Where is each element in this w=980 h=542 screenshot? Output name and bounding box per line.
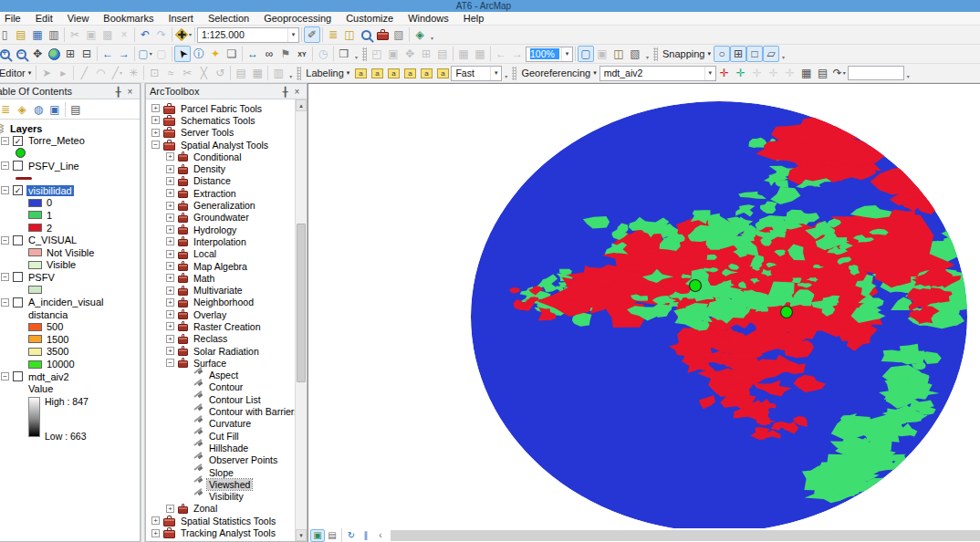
toolbar-grip[interactable] (362, 47, 367, 61)
snapping-menu-button[interactable]: Snapping▾ (660, 48, 714, 59)
menu-item-selection[interactable]: Selection (201, 12, 256, 26)
zoom-100-icon[interactable]: ▣ (385, 46, 401, 62)
toolbox-item-label[interactable]: Slope (207, 467, 235, 478)
menu-item-help[interactable]: Help (456, 12, 492, 26)
toolbox-item-label[interactable]: Solar Radiation (192, 346, 261, 357)
edit-vertices-icon[interactable]: ⊡ (146, 65, 162, 81)
georeferencing-menu-button[interactable]: Georeferencing▾ (518, 68, 599, 78)
measure-icon[interactable]: ↔ (245, 46, 261, 62)
expand-icon[interactable]: + (151, 529, 160, 537)
toolbox-item-label[interactable]: Groundwater (192, 212, 251, 223)
delete-link-icon[interactable]: ✛ (782, 65, 798, 81)
list-by-visibility-icon[interactable]: ◍ (30, 101, 47, 118)
html-popup-icon[interactable]: ❏ (224, 46, 240, 62)
menu-item-customize[interactable]: Customize (339, 12, 401, 26)
fixed-zoom-out-icon[interactable]: ⊟ (78, 46, 95, 62)
pan-icon[interactable]: ✥ (29, 46, 46, 62)
toolbox-item-label[interactable]: Zonal (192, 503, 219, 514)
toolbox-item-label[interactable]: Overlay (192, 309, 228, 320)
redo-icon[interactable]: ↷ (153, 26, 170, 43)
expand-icon[interactable]: + (166, 274, 174, 282)
label-weight-ranking-icon[interactable]: a (385, 65, 401, 81)
attributes-window-icon[interactable]: ▤ (233, 65, 249, 81)
toolbar-overflow-icon[interactable]: ▾ (287, 65, 295, 81)
toolbox-item-label[interactable]: Contour (207, 381, 245, 392)
viewer-window-icon[interactable]: ❒ (336, 46, 352, 62)
expand-icon[interactable]: + (166, 165, 174, 173)
refresh-view-icon[interactable]: ↻ (344, 529, 359, 542)
zoom-page-grid2-icon[interactable]: ▦ (472, 46, 488, 62)
pause-labeling-icon[interactable]: a (418, 65, 434, 81)
search-window-icon[interactable] (358, 26, 374, 43)
cut-polygons-icon[interactable]: ✂ (179, 65, 195, 81)
data-view-icon[interactable]: ▣ (310, 529, 325, 542)
edit-tool-icon[interactable]: ➤ (38, 65, 55, 81)
list-by-selection-icon[interactable]: ▣ (47, 101, 63, 118)
menu-item-insert[interactable]: Insert (161, 12, 201, 26)
menu-item-file[interactable]: File (0, 12, 28, 26)
toolbox-item-label[interactable]: Neighborhood (192, 297, 255, 307)
toolbox-item-label[interactable]: Local (192, 248, 218, 259)
undo-icon[interactable]: ↶ (137, 26, 153, 43)
select-elements-icon[interactable]: ➤ (174, 46, 191, 62)
combo-box[interactable]: 1:125.000▾ (197, 27, 299, 43)
toolbar-grip[interactable] (653, 47, 658, 61)
new-document-icon[interactable]: ▯ (0, 26, 13, 43)
pause-drawing-icon[interactable]: ∥ (359, 529, 373, 542)
layer-checkbox[interactable] (13, 161, 23, 171)
collapse-icon[interactable]: − (151, 141, 160, 149)
endpoint-arc-icon[interactable]: ◠ (92, 65, 109, 81)
add-control-points-icon[interactable]: ✛ (716, 65, 733, 81)
point-snapping-icon[interactable]: ○ (714, 46, 730, 62)
select-link-icon[interactable]: ✛ (749, 65, 766, 81)
scrollbar-thumb[interactable] (297, 224, 306, 382)
layer-label[interactable]: visibilidad (26, 185, 74, 196)
menu-item-windows[interactable]: Windows (401, 12, 456, 26)
toolbox-item-label[interactable]: Hydrology (192, 224, 238, 235)
expand-icon[interactable]: + (166, 262, 174, 270)
collapse-icon[interactable]: − (1, 162, 9, 170)
zoom-to-link-icon[interactable]: ✛ (766, 65, 782, 81)
toolbar-overflow-icon[interactable]: ▾ (643, 46, 652, 62)
rotation-input[interactable] (848, 66, 904, 80)
menu-item-geoprocessing[interactable]: Geoprocessing (256, 12, 339, 26)
time-slider-icon[interactable]: ◷ (315, 46, 331, 62)
toolbox-item-label[interactable]: Curvature (207, 418, 253, 429)
change-layout-icon[interactable]: ◫ (610, 46, 627, 62)
combo-box[interactable]: 100%▾ (526, 47, 573, 62)
toolbox-item-label[interactable]: Parcel Fabric Tools (179, 103, 264, 114)
collapse-icon[interactable]: − (1, 372, 9, 380)
expand-icon[interactable]: + (166, 347, 174, 355)
view-unplaced-labels-icon[interactable]: a (434, 65, 451, 81)
toolbox-item-label[interactable]: Aspect (207, 370, 240, 380)
expand-icon[interactable]: + (166, 177, 174, 185)
vertex-tool-icon[interactable]: ╱▾ (109, 65, 125, 81)
georef-options-icon[interactable]: ▤ (815, 65, 831, 81)
toolbox-item-label[interactable]: Server Tools (179, 127, 235, 138)
toolbox-item-label[interactable]: Map Algebra (192, 261, 249, 272)
layer-label[interactable]: C_VISUAL (26, 235, 78, 245)
menu-item-view[interactable]: View (60, 12, 97, 26)
vertex-snapping-icon[interactable]: □ (746, 46, 763, 62)
toolbox-item-label[interactable]: Tracking Analyst Tools (179, 527, 277, 538)
expand-icon[interactable]: + (151, 104, 160, 112)
menu-item-bookmarks[interactable]: Bookmarks (96, 12, 161, 26)
toolbox-item-label[interactable]: Spatial Statistics Tools (179, 516, 277, 526)
save-icon[interactable]: ▦ (29, 26, 46, 43)
label-priority-ranking-icon[interactable]: a (369, 65, 385, 81)
toolbox-item-label[interactable]: Hillshade (207, 443, 250, 453)
data-driven-pages-icon[interactable]: ▧ (627, 46, 643, 62)
trace-tool-icon[interactable]: ✳ (125, 65, 141, 81)
expand-icon[interactable]: + (166, 287, 174, 295)
list-by-source-icon[interactable]: ◈ (14, 101, 30, 118)
zoom-out-icon[interactable]: − (13, 46, 29, 62)
combo-box[interactable]: mdt_aiv2▾ (599, 66, 716, 81)
cut-icon[interactable]: ✂ (67, 26, 83, 43)
expand-icon[interactable]: + (166, 189, 174, 197)
edit-annotation-tool-icon[interactable]: ▸ (55, 65, 71, 81)
horizontal-scrollbar[interactable] (391, 530, 980, 541)
page-next-icon[interactable]: → (509, 46, 526, 62)
pin-icon[interactable]: ╂ (112, 86, 124, 98)
expand-icon[interactable]: + (166, 298, 174, 307)
modelbuilder-icon[interactable]: ◈ (412, 26, 428, 43)
